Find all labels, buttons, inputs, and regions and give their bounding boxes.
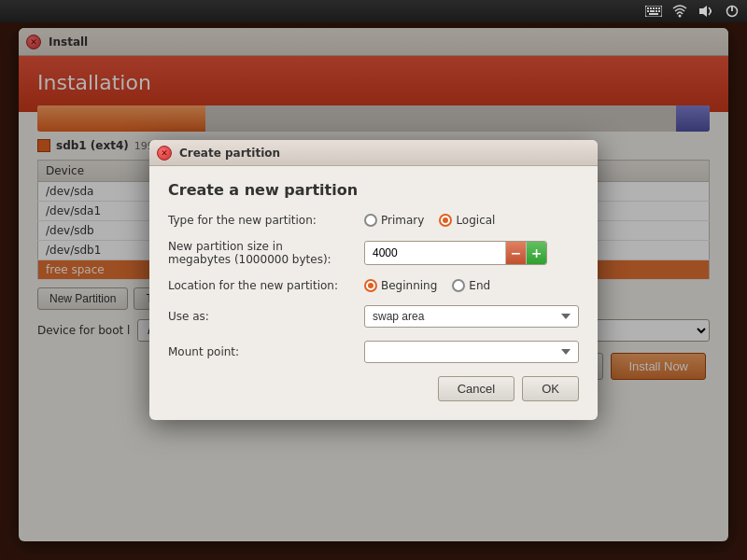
radio-beginning-circle <box>364 279 377 292</box>
top-bar <box>0 0 747 22</box>
svg-rect-7 <box>650 10 655 12</box>
network-icon[interactable] <box>670 4 689 19</box>
volume-icon[interactable] <box>697 4 715 19</box>
size-decrement-button[interactable]: − <box>505 242 526 264</box>
ok-button[interactable]: OK <box>522 376 579 401</box>
radio-beginning-dot <box>368 283 374 288</box>
radio-end-label: End <box>469 279 490 292</box>
size-input-wrap: − + <box>364 241 547 265</box>
svg-rect-2 <box>650 7 652 9</box>
location-controls: Beginning End <box>364 279 579 292</box>
modal-titlebar: ✕ Create partition <box>149 140 598 166</box>
power-icon[interactable] <box>723 4 741 19</box>
mount-point-row: Mount point: <box>168 341 579 363</box>
partition-type-controls: Primary Logical <box>364 214 579 227</box>
use-as-row: Use as: swap area Ext4 Ext3 FAT32 NTFS d… <box>168 305 579 328</box>
svg-rect-9 <box>658 10 660 12</box>
radio-logical-label: Logical <box>456 214 495 227</box>
radio-logical-circle <box>439 214 452 227</box>
modal-overlay: ✕ Create partition Create a new partitio… <box>0 0 747 560</box>
radio-beginning-label: Beginning <box>381 279 437 292</box>
svg-rect-4 <box>655 7 657 9</box>
radio-primary[interactable]: Primary <box>364 214 424 227</box>
partition-type-row: Type for the new partition: Primary Logi… <box>168 214 579 227</box>
modal-close-button[interactable]: ✕ <box>157 146 172 161</box>
modal-title: Create partition <box>179 147 280 160</box>
mount-point-select[interactable] <box>364 341 579 363</box>
svg-point-11 <box>679 15 682 18</box>
mount-point-label: Mount point: <box>168 345 364 358</box>
size-input[interactable] <box>365 243 505 263</box>
use-as-label: Use as: <box>168 310 364 323</box>
svg-rect-1 <box>647 7 649 9</box>
mount-point-controls <box>364 341 579 363</box>
keyboard-icon[interactable] <box>644 4 663 19</box>
location-label: Location for the new partition: <box>168 279 364 292</box>
radio-end-circle <box>452 279 465 292</box>
svg-rect-8 <box>655 10 657 12</box>
radio-primary-circle <box>364 214 377 227</box>
use-as-select[interactable]: swap area Ext4 Ext3 FAT32 NTFS don't use <box>364 305 579 328</box>
modal-button-row: Cancel OK <box>168 376 579 401</box>
svg-rect-6 <box>647 10 649 12</box>
cancel-button[interactable]: Cancel <box>438 376 514 401</box>
location-row: Location for the new partition: Beginnin… <box>168 279 579 292</box>
create-partition-modal: ✕ Create partition Create a new partitio… <box>149 140 598 420</box>
size-row: New partition size in megabytes (1000000… <box>168 240 579 266</box>
svg-marker-12 <box>699 6 707 17</box>
modal-body: Create a new partition Type for the new … <box>149 166 598 420</box>
svg-rect-10 <box>649 13 658 15</box>
partition-type-label: Type for the new partition: <box>168 214 364 227</box>
size-label: New partition size in megabytes (1000000… <box>168 240 364 266</box>
use-as-controls: swap area Ext4 Ext3 FAT32 NTFS don't use <box>364 305 579 328</box>
radio-primary-label: Primary <box>381 214 424 227</box>
size-increment-button[interactable]: + <box>526 242 546 264</box>
radio-logical-dot <box>443 217 448 223</box>
radio-logical[interactable]: Logical <box>439 214 495 227</box>
svg-rect-3 <box>653 7 655 9</box>
radio-beginning[interactable]: Beginning <box>364 279 437 292</box>
radio-end[interactable]: End <box>452 279 490 292</box>
modal-heading: Create a new partition <box>168 181 579 199</box>
svg-rect-5 <box>658 7 660 9</box>
size-controls: − + <box>364 241 579 265</box>
